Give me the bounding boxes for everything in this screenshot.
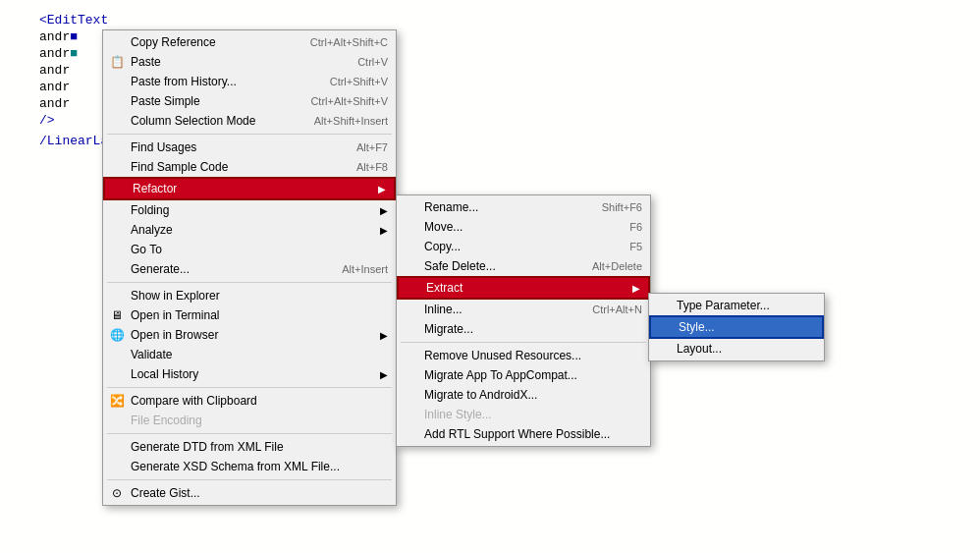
main-context-menu: Copy Reference Ctrl+Alt+Shift+C 📋 Paste … xyxy=(102,29,397,506)
github-icon: ⊙ xyxy=(107,486,127,500)
menu-paste-history[interactable]: Paste from History... Ctrl+Shift+V xyxy=(103,72,396,91)
refactor-safe-delete[interactable]: Safe Delete... Alt+Delete xyxy=(397,256,650,276)
paste-icon: 📋 xyxy=(107,55,127,69)
menu-analyze[interactable]: Analyze ▶ xyxy=(103,220,396,240)
refactor-inline-style[interactable]: Inline Style... xyxy=(397,405,650,424)
menu-generate[interactable]: Generate... Alt+Insert xyxy=(103,259,396,279)
folding-arrow: ▶ xyxy=(380,205,388,216)
menu-create-gist[interactable]: ⊙ Create Gist... xyxy=(103,483,396,503)
menu-open-browser[interactable]: 🌐 Open in Browser ▶ xyxy=(103,325,396,345)
refactor-inline[interactable]: Inline... Ctrl+Alt+N xyxy=(397,300,650,319)
menu-folding[interactable]: Folding ▶ xyxy=(103,200,396,220)
refactor-migrate-androidx[interactable]: Migrate to AndroidX... xyxy=(397,385,650,405)
extract-style[interactable]: Style... xyxy=(649,315,824,339)
menu-goto[interactable]: Go To xyxy=(103,240,396,259)
browser-arrow: ▶ xyxy=(380,330,388,341)
menu-paste-simple[interactable]: Paste Simple Ctrl+Alt+Shift+V xyxy=(103,91,396,111)
menu-local-history[interactable]: Local History ▶ xyxy=(103,364,396,384)
refactor-extract[interactable]: Extract ▶ xyxy=(397,276,650,300)
menu-open-terminal[interactable]: 🖥 Open in Terminal xyxy=(103,305,396,325)
menu-file-encoding[interactable]: File Encoding xyxy=(103,411,396,430)
refactor-arrow: ▶ xyxy=(378,184,386,194)
menu-find-usages[interactable]: Find Usages Alt+F7 xyxy=(103,138,396,157)
context-menu-overlay: Copy Reference Ctrl+Alt+Shift+C 📋 Paste … xyxy=(102,29,397,506)
code-line-1: <EditText xyxy=(0,12,980,28)
menu-show-explorer[interactable]: Show in Explorer xyxy=(103,286,396,305)
menu-column-selection[interactable]: Column Selection Mode Alt+Shift+Insert xyxy=(103,111,396,131)
menu-gen-dtd[interactable]: Generate DTD from XML File xyxy=(103,437,396,457)
refactor-migrate[interactable]: Migrate... xyxy=(397,319,650,339)
terminal-icon: 🖥 xyxy=(107,308,127,322)
analyze-arrow: ▶ xyxy=(380,225,388,236)
separator-5 xyxy=(107,479,392,480)
refactor-move[interactable]: Move... F6 xyxy=(397,217,650,237)
separator-3 xyxy=(107,387,392,388)
menu-validate[interactable]: Validate xyxy=(103,345,396,364)
extract-layout[interactable]: Layout... xyxy=(649,339,824,359)
menu-paste[interactable]: 📋 Paste Ctrl+V xyxy=(103,52,396,72)
extract-submenu: Type Parameter... Style... Layout... xyxy=(648,293,825,361)
local-history-arrow: ▶ xyxy=(380,369,388,380)
extract-type-parameter[interactable]: Type Parameter... xyxy=(649,296,824,315)
menu-compare-clipboard[interactable]: 🔀 Compare with Clipboard xyxy=(103,391,396,411)
menu-gen-xsd[interactable]: Generate XSD Schema from XML File... xyxy=(103,457,396,476)
menu-copy-reference[interactable]: Copy Reference Ctrl+Alt+Shift+C xyxy=(103,32,396,52)
menu-refactor[interactable]: Refactor ▶ xyxy=(103,177,396,200)
refactor-remove-unused[interactable]: Remove Unused Resources... xyxy=(397,346,650,365)
refactor-migrate-appcompat[interactable]: Migrate App To AppCompat... xyxy=(397,365,650,385)
refactor-rename[interactable]: Rename... Shift+F6 xyxy=(397,197,650,217)
menu-find-sample[interactable]: Find Sample Code Alt+F8 xyxy=(103,157,396,177)
compare-icon: 🔀 xyxy=(107,394,127,408)
refactor-sep-1 xyxy=(401,342,646,343)
extract-arrow: ▶ xyxy=(632,283,640,294)
refactor-add-rtl[interactable]: Add RTL Support Where Possible... xyxy=(397,424,650,444)
browser-icon: 🌐 xyxy=(107,328,127,342)
separator-2 xyxy=(107,282,392,283)
separator-1 xyxy=(107,134,392,135)
refactor-submenu: Rename... Shift+F6 Move... F6 Copy... F5… xyxy=(396,194,651,447)
separator-4 xyxy=(107,433,392,434)
refactor-copy[interactable]: Copy... F5 xyxy=(397,237,650,256)
